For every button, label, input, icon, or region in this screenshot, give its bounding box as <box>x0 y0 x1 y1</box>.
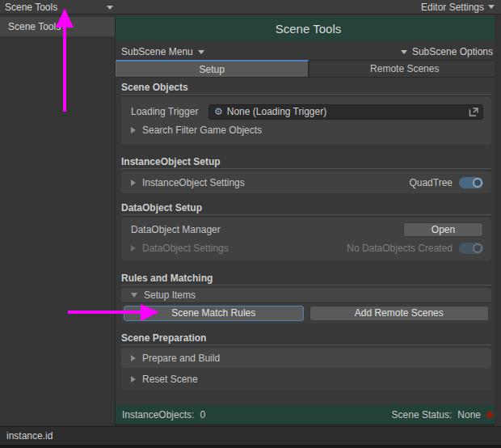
scene-objects-group: Loading Trigger ⚙ None (Loading Trigger)… <box>121 97 491 145</box>
tab-remote-scenes[interactable]: Remote Scenes <box>309 60 501 77</box>
section-title-preparation: Scene Preparation <box>121 332 491 344</box>
dataobject-group: DataObject Manager Open DataObject Setti… <box>121 218 491 260</box>
scene-tools-panel: Scene Tools SubScene Menu SubScene Optio… <box>116 15 501 426</box>
window-edge <box>495 15 501 426</box>
dataobjects-toggle-disabled <box>459 243 483 254</box>
subscene-menu-button[interactable]: SubScene Menu <box>121 46 204 57</box>
subscene-options-label: SubScene Options <box>412 46 493 57</box>
instanceobject-settings-foldout[interactable]: InstanceObject Settings <box>142 177 245 188</box>
divider <box>121 214 491 215</box>
chevron-down-icon <box>401 50 407 54</box>
prepare-and-build-label: Prepare and Build <box>142 353 220 364</box>
reset-scene-foldout[interactable]: Reset Scene <box>121 368 491 390</box>
setup-items-foldout[interactable]: Setup Items <box>121 288 491 303</box>
scene-status-value: None <box>457 409 481 421</box>
dataobject-settings-foldout: DataObject Settings <box>142 243 229 254</box>
panel-title-text: Scene Tools <box>276 22 341 36</box>
section-title-dataobject: DataObject Setup <box>121 202 491 213</box>
scene-match-rules-button[interactable]: Scene Match Rules <box>124 306 304 321</box>
chevron-down-icon <box>198 50 204 54</box>
foldout-arrow-icon <box>131 245 136 251</box>
editor-settings-label: Editor Settings <box>421 2 484 13</box>
toggle-knob <box>473 178 482 188</box>
section-title-instanceobject: InstanceObject Setup <box>121 156 491 167</box>
toggle-knob <box>473 243 482 253</box>
instanceobjects-label: InstanceObjects: <box>122 409 194 421</box>
pane-title[interactable]: Scene Tools <box>0 2 57 13</box>
reset-scene-label: Reset Scene <box>142 374 198 385</box>
dataobject-settings-row: DataObject Settings No DataObjects Creat… <box>131 238 483 259</box>
loading-trigger-value: None (Loading Trigger) <box>227 106 469 117</box>
instanceobject-group: InstanceObject Settings QuadTree <box>121 171 491 193</box>
editor-settings-menu[interactable]: Editor Settings <box>421 2 501 13</box>
left-pane: Scene Tools <box>0 15 116 426</box>
quadtree-toggle[interactable] <box>459 177 483 188</box>
subscene-options-button[interactable]: SubScene Options <box>401 46 493 57</box>
add-remote-scenes-label: Add Remote Scenes <box>355 307 444 319</box>
status-red-dot-icon <box>486 412 493 418</box>
section-title-scene-objects: Scene Objects <box>121 82 491 93</box>
search-filter-label: Search Filter Game Objects <box>142 125 262 136</box>
prepare-and-build-foldout[interactable]: Prepare and Build <box>121 348 491 368</box>
foldout-arrow-icon <box>131 127 136 133</box>
chevron-down-icon <box>488 5 495 9</box>
scene-match-rules-label: Scene Match Rules <box>171 307 255 319</box>
object-picker-icon[interactable] <box>469 107 479 117</box>
loading-trigger-object-field[interactable]: ⚙ None (Loading Trigger) <box>208 104 483 120</box>
no-dataobjects-label: No DataObjects Created <box>347 243 453 254</box>
footer-label: instance.id <box>6 430 53 442</box>
pane-dropdown-caret-icon[interactable] <box>107 6 113 10</box>
add-remote-scenes-button[interactable]: Add Remote Scenes <box>309 306 490 321</box>
tab-bar: Setup Remote Scenes <box>116 60 501 78</box>
divider <box>121 285 491 285</box>
preparation-group: Prepare and Build Reset Scene <box>121 348 491 391</box>
tab-remote-scenes-label: Remote Scenes <box>370 63 439 74</box>
rules-group: Setup Items Scene Match Rules Add Remote… <box>121 288 491 323</box>
foldout-arrow-icon <box>131 376 136 382</box>
foldout-open-arrow-icon <box>131 293 137 298</box>
instanceobjects-value: 0 <box>200 409 205 421</box>
sidebar-tab-label: Scene Tools <box>8 21 61 32</box>
quadtree-label: QuadTree <box>409 177 453 188</box>
panel-status-bar: InstanceObjects: 0 Scene Status: None <box>116 405 501 424</box>
foldout-arrow-icon <box>131 355 136 361</box>
tab-setup-label: Setup <box>200 64 225 75</box>
open-button-label: Open <box>432 224 455 235</box>
sidebar-tab-scene-tools[interactable]: Scene Tools <box>0 17 115 36</box>
tab-setup[interactable]: Setup <box>116 60 309 77</box>
window-bottom-edge <box>0 445 501 448</box>
loading-trigger-label: Loading Trigger <box>131 106 208 117</box>
section-title-rules: Rules and Matching <box>121 273 491 284</box>
subscene-menu-label: SubScene Menu <box>121 46 193 57</box>
divider <box>121 94 491 95</box>
footer-bar: instance.id <box>0 426 501 445</box>
setup-items-label: Setup Items <box>144 290 196 301</box>
subscene-toolbar: SubScene Menu SubScene Options <box>116 44 501 60</box>
divider <box>121 168 491 169</box>
dataobject-manager-label: DataObject Manager <box>131 224 221 235</box>
scene-status-label: Scene Status: <box>392 409 453 421</box>
open-button[interactable]: Open <box>403 222 483 237</box>
foldout-arrow-icon[interactable] <box>131 180 136 186</box>
panel-title: Scene Tools <box>116 16 501 40</box>
search-filter-foldout[interactable]: Search Filter Game Objects <box>131 120 491 141</box>
script-gear-icon: ⚙ <box>214 107 223 116</box>
divider <box>121 344 491 345</box>
window-topbar: Scene Tools Editor Settings <box>0 0 501 15</box>
